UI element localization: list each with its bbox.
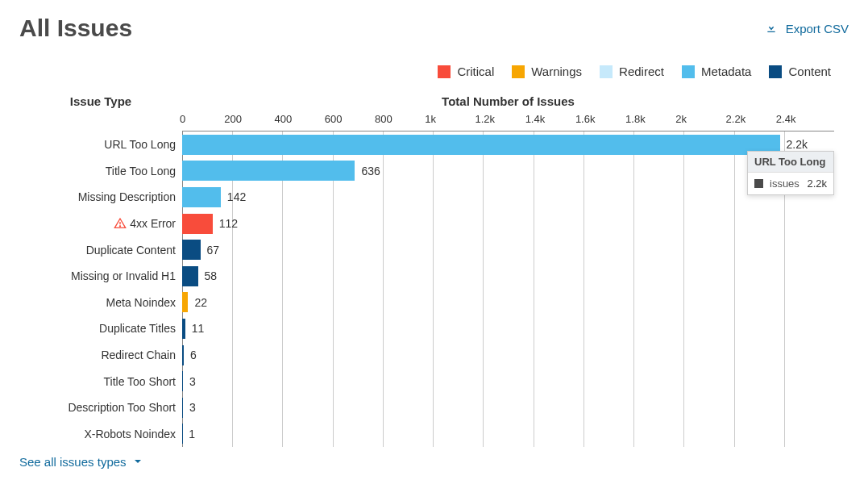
x-tick: 1.6k xyxy=(575,113,625,131)
x-tick: 800 xyxy=(375,113,425,131)
bar xyxy=(182,319,185,339)
bar-label: Title Too Short xyxy=(19,375,176,388)
x-tick: 600 xyxy=(325,113,375,131)
bar-row[interactable]: Missing or Invalid H158 xyxy=(182,263,834,290)
tooltip-swatch xyxy=(754,179,763,188)
svg-point-1 xyxy=(120,226,121,227)
legend-label: Redirect xyxy=(619,65,664,78)
legend-swatch xyxy=(438,65,451,78)
see-all-issues-link[interactable]: See all issues types xyxy=(19,455,849,469)
bar-value: 3 xyxy=(189,401,196,414)
tooltip-series-label: issues xyxy=(770,177,800,190)
legend-item[interactable]: Warnings xyxy=(512,65,582,78)
plot-area: URL Too Long2.2kTitle Too Long636Missing… xyxy=(182,131,834,447)
x-tick: 1.8k xyxy=(625,113,675,131)
bar-value: 67 xyxy=(207,244,220,257)
bar-value: 636 xyxy=(361,165,380,177)
x-axis-title: Total Number of Issues xyxy=(182,94,834,108)
page-title: All Issues xyxy=(19,15,132,42)
bar-label: Missing or Invalid H1 xyxy=(19,269,176,282)
bar-label: Title Too Long xyxy=(19,165,176,177)
bar-value: 142 xyxy=(227,190,246,203)
bar-rows: URL Too Long2.2kTitle Too Long636Missing… xyxy=(182,131,834,447)
legend-item[interactable]: Redirect xyxy=(600,65,664,78)
bar xyxy=(182,161,355,181)
legend-label: Metadata xyxy=(701,65,752,78)
legend-label: Warnings xyxy=(531,65,582,78)
bar-label: 4xx Error xyxy=(19,217,176,230)
legend-swatch xyxy=(512,65,525,78)
bar-value: 112 xyxy=(219,217,238,230)
bar xyxy=(182,398,183,418)
bar xyxy=(182,187,221,207)
bar-row[interactable]: Missing Description142 xyxy=(182,184,834,211)
x-tick: 1.2k xyxy=(475,113,525,131)
bar-value: 22 xyxy=(194,296,207,309)
bar-label: Duplicate Content xyxy=(19,244,176,257)
chart-legend: CriticalWarningsRedirectMetadataContent xyxy=(19,65,849,78)
x-tick: 2.4k xyxy=(776,113,826,131)
bar xyxy=(182,135,780,155)
bar-label: Duplicate Titles xyxy=(19,322,176,335)
bar-row[interactable]: Meta Noindex22 xyxy=(182,290,834,316)
legend-swatch xyxy=(682,65,695,78)
bar-value: 6 xyxy=(190,349,197,361)
bar-row[interactable]: Description Too Short3 xyxy=(182,394,834,421)
bar-label: URL Too Long xyxy=(19,138,176,151)
warning-icon xyxy=(114,217,127,230)
bar xyxy=(182,266,198,286)
tooltip-value: 2.2k xyxy=(807,177,827,190)
bar-row[interactable]: X-Robots Noindex1 xyxy=(182,421,834,448)
bar-row[interactable]: Redirect Chain6 xyxy=(182,342,834,369)
export-csv-link[interactable]: Export CSV xyxy=(765,21,849,36)
legend-label: Critical xyxy=(457,65,494,78)
legend-swatch xyxy=(769,65,782,78)
legend-item[interactable]: Critical xyxy=(438,65,494,78)
bar-row[interactable]: Duplicate Content67 xyxy=(182,236,834,263)
x-tick: 0 xyxy=(180,113,230,131)
export-label: Export CSV xyxy=(786,22,849,35)
bar xyxy=(182,371,183,391)
bar-label: Meta Noindex xyxy=(19,296,176,309)
bar-label: Description Too Short xyxy=(19,401,176,414)
bar-label: X-Robots Noindex xyxy=(19,428,176,440)
bar-value: 11 xyxy=(192,322,205,335)
bar xyxy=(182,240,201,260)
bar xyxy=(182,292,188,312)
header-row: All Issues Export CSV xyxy=(19,15,849,42)
bar-label: Missing Description xyxy=(19,190,176,203)
bar xyxy=(182,214,213,234)
legend-item[interactable]: Content xyxy=(769,65,831,78)
bar-value: 3 xyxy=(189,375,196,388)
chart-tooltip: URL Too Long issues 2.2k xyxy=(747,151,834,195)
see-all-label: See all issues types xyxy=(19,455,127,469)
x-tick: 2k xyxy=(675,113,725,131)
x-tick: 200 xyxy=(224,113,274,131)
x-axis-ticks: 02004006008001k1.2k1.4k1.6k1.8k2k2.2k2.4… xyxy=(182,113,834,131)
bar-value: 1 xyxy=(189,428,195,440)
bar-row[interactable]: 4xx Error112 xyxy=(182,211,834,237)
bar-row[interactable]: Title Too Long636 xyxy=(182,158,834,185)
bar xyxy=(182,345,184,365)
x-tick: 400 xyxy=(274,113,324,131)
bar-value: 58 xyxy=(205,269,218,282)
bar-row[interactable]: Title Too Short3 xyxy=(182,368,834,394)
chart-area: Issue Type Total Number of Issues 020040… xyxy=(19,94,849,447)
legend-item[interactable]: Metadata xyxy=(682,65,752,78)
download-icon xyxy=(765,21,778,36)
x-tick: 1.4k xyxy=(525,113,575,131)
y-axis-title: Issue Type xyxy=(19,94,182,108)
tooltip-title: URL Too Long xyxy=(748,152,833,173)
bar-row[interactable]: URL Too Long2.2k xyxy=(182,131,834,158)
bar-label: Redirect Chain xyxy=(19,349,176,361)
chevron-down-icon xyxy=(133,455,143,469)
legend-label: Content xyxy=(788,65,831,78)
x-tick: 2.2k xyxy=(726,113,776,131)
bar-row[interactable]: Duplicate Titles11 xyxy=(182,315,834,342)
bar-value: 2.2k xyxy=(787,138,808,151)
legend-swatch xyxy=(600,65,613,78)
x-tick: 1k xyxy=(425,113,475,131)
